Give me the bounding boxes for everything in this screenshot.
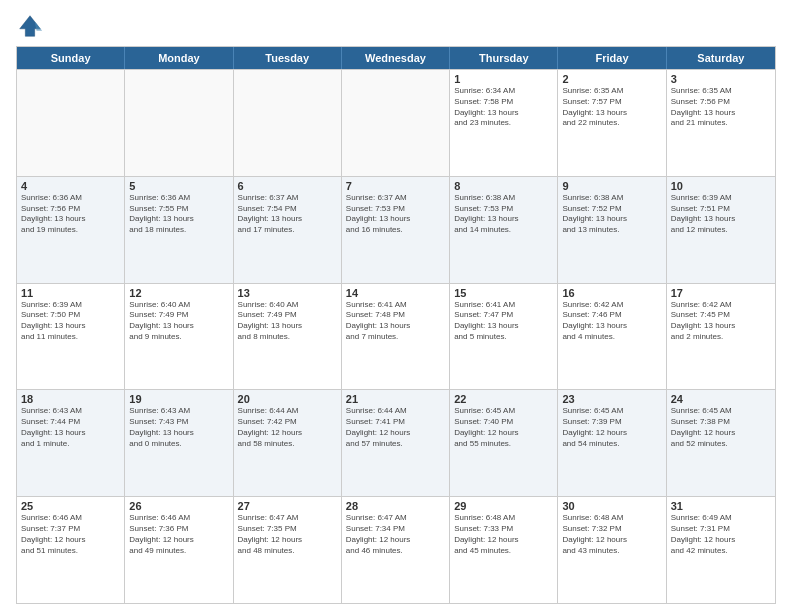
- day-number: 11: [21, 287, 120, 299]
- day-number: 6: [238, 180, 337, 192]
- day-number: 18: [21, 393, 120, 405]
- calendar-cell: 21Sunrise: 6:44 AM Sunset: 7:41 PM Dayli…: [342, 390, 450, 496]
- day-info: Sunrise: 6:35 AM Sunset: 7:57 PM Dayligh…: [562, 86, 661, 129]
- calendar-cell: 9Sunrise: 6:38 AM Sunset: 7:52 PM Daylig…: [558, 177, 666, 283]
- day-number: 19: [129, 393, 228, 405]
- header-day-wednesday: Wednesday: [342, 47, 450, 69]
- calendar-cell: 11Sunrise: 6:39 AM Sunset: 7:50 PM Dayli…: [17, 284, 125, 390]
- day-number: 3: [671, 73, 771, 85]
- day-info: Sunrise: 6:38 AM Sunset: 7:53 PM Dayligh…: [454, 193, 553, 236]
- day-info: Sunrise: 6:37 AM Sunset: 7:53 PM Dayligh…: [346, 193, 445, 236]
- day-number: 20: [238, 393, 337, 405]
- day-info: Sunrise: 6:43 AM Sunset: 7:44 PM Dayligh…: [21, 406, 120, 449]
- day-info: Sunrise: 6:34 AM Sunset: 7:58 PM Dayligh…: [454, 86, 553, 129]
- day-number: 14: [346, 287, 445, 299]
- calendar-cell: 26Sunrise: 6:46 AM Sunset: 7:36 PM Dayli…: [125, 497, 233, 603]
- day-number: 16: [562, 287, 661, 299]
- calendar-cell: [234, 70, 342, 176]
- calendar-cell: 25Sunrise: 6:46 AM Sunset: 7:37 PM Dayli…: [17, 497, 125, 603]
- calendar-cell: 19Sunrise: 6:43 AM Sunset: 7:43 PM Dayli…: [125, 390, 233, 496]
- day-info: Sunrise: 6:44 AM Sunset: 7:42 PM Dayligh…: [238, 406, 337, 449]
- header-day-tuesday: Tuesday: [234, 47, 342, 69]
- day-info: Sunrise: 6:42 AM Sunset: 7:45 PM Dayligh…: [671, 300, 771, 343]
- day-info: Sunrise: 6:36 AM Sunset: 7:55 PM Dayligh…: [129, 193, 228, 236]
- header-day-thursday: Thursday: [450, 47, 558, 69]
- calendar-cell: 30Sunrise: 6:48 AM Sunset: 7:32 PM Dayli…: [558, 497, 666, 603]
- day-number: 5: [129, 180, 228, 192]
- calendar-cell: 1Sunrise: 6:34 AM Sunset: 7:58 PM Daylig…: [450, 70, 558, 176]
- day-number: 12: [129, 287, 228, 299]
- calendar-cell: 8Sunrise: 6:38 AM Sunset: 7:53 PM Daylig…: [450, 177, 558, 283]
- day-number: 8: [454, 180, 553, 192]
- day-info: Sunrise: 6:39 AM Sunset: 7:51 PM Dayligh…: [671, 193, 771, 236]
- calendar: SundayMondayTuesdayWednesdayThursdayFrid…: [16, 46, 776, 604]
- calendar-cell: [125, 70, 233, 176]
- day-number: 13: [238, 287, 337, 299]
- day-number: 7: [346, 180, 445, 192]
- day-info: Sunrise: 6:41 AM Sunset: 7:47 PM Dayligh…: [454, 300, 553, 343]
- day-number: 21: [346, 393, 445, 405]
- day-number: 17: [671, 287, 771, 299]
- day-number: 26: [129, 500, 228, 512]
- calendar-header: SundayMondayTuesdayWednesdayThursdayFrid…: [17, 47, 775, 69]
- day-number: 4: [21, 180, 120, 192]
- day-number: 29: [454, 500, 553, 512]
- day-number: 31: [671, 500, 771, 512]
- day-info: Sunrise: 6:37 AM Sunset: 7:54 PM Dayligh…: [238, 193, 337, 236]
- day-info: Sunrise: 6:35 AM Sunset: 7:56 PM Dayligh…: [671, 86, 771, 129]
- calendar-cell: 12Sunrise: 6:40 AM Sunset: 7:49 PM Dayli…: [125, 284, 233, 390]
- calendar-cell: 18Sunrise: 6:43 AM Sunset: 7:44 PM Dayli…: [17, 390, 125, 496]
- calendar-cell: 17Sunrise: 6:42 AM Sunset: 7:45 PM Dayli…: [667, 284, 775, 390]
- day-info: Sunrise: 6:40 AM Sunset: 7:49 PM Dayligh…: [129, 300, 228, 343]
- day-number: 24: [671, 393, 771, 405]
- logo-icon: [16, 12, 44, 40]
- calendar-cell: 6Sunrise: 6:37 AM Sunset: 7:54 PM Daylig…: [234, 177, 342, 283]
- calendar-row-3: 18Sunrise: 6:43 AM Sunset: 7:44 PM Dayli…: [17, 389, 775, 496]
- day-number: 9: [562, 180, 661, 192]
- day-number: 1: [454, 73, 553, 85]
- calendar-cell: 16Sunrise: 6:42 AM Sunset: 7:46 PM Dayli…: [558, 284, 666, 390]
- calendar-cell: 22Sunrise: 6:45 AM Sunset: 7:40 PM Dayli…: [450, 390, 558, 496]
- calendar-cell: 13Sunrise: 6:40 AM Sunset: 7:49 PM Dayli…: [234, 284, 342, 390]
- day-number: 22: [454, 393, 553, 405]
- calendar-cell: 24Sunrise: 6:45 AM Sunset: 7:38 PM Dayli…: [667, 390, 775, 496]
- day-info: Sunrise: 6:39 AM Sunset: 7:50 PM Dayligh…: [21, 300, 120, 343]
- day-number: 15: [454, 287, 553, 299]
- day-info: Sunrise: 6:48 AM Sunset: 7:32 PM Dayligh…: [562, 513, 661, 556]
- calendar-cell: 14Sunrise: 6:41 AM Sunset: 7:48 PM Dayli…: [342, 284, 450, 390]
- day-info: Sunrise: 6:41 AM Sunset: 7:48 PM Dayligh…: [346, 300, 445, 343]
- calendar-cell: 5Sunrise: 6:36 AM Sunset: 7:55 PM Daylig…: [125, 177, 233, 283]
- day-info: Sunrise: 6:43 AM Sunset: 7:43 PM Dayligh…: [129, 406, 228, 449]
- day-info: Sunrise: 6:36 AM Sunset: 7:56 PM Dayligh…: [21, 193, 120, 236]
- day-info: Sunrise: 6:47 AM Sunset: 7:35 PM Dayligh…: [238, 513, 337, 556]
- header-day-monday: Monday: [125, 47, 233, 69]
- calendar-cell: [17, 70, 125, 176]
- calendar-cell: 4Sunrise: 6:36 AM Sunset: 7:56 PM Daylig…: [17, 177, 125, 283]
- calendar-cell: 23Sunrise: 6:45 AM Sunset: 7:39 PM Dayli…: [558, 390, 666, 496]
- day-info: Sunrise: 6:45 AM Sunset: 7:38 PM Dayligh…: [671, 406, 771, 449]
- day-number: 27: [238, 500, 337, 512]
- day-info: Sunrise: 6:40 AM Sunset: 7:49 PM Dayligh…: [238, 300, 337, 343]
- day-number: 2: [562, 73, 661, 85]
- calendar-cell: 28Sunrise: 6:47 AM Sunset: 7:34 PM Dayli…: [342, 497, 450, 603]
- day-info: Sunrise: 6:42 AM Sunset: 7:46 PM Dayligh…: [562, 300, 661, 343]
- calendar-cell: 7Sunrise: 6:37 AM Sunset: 7:53 PM Daylig…: [342, 177, 450, 283]
- day-info: Sunrise: 6:46 AM Sunset: 7:36 PM Dayligh…: [129, 513, 228, 556]
- calendar-cell: 29Sunrise: 6:48 AM Sunset: 7:33 PM Dayli…: [450, 497, 558, 603]
- day-info: Sunrise: 6:38 AM Sunset: 7:52 PM Dayligh…: [562, 193, 661, 236]
- day-number: 10: [671, 180, 771, 192]
- calendar-cell: 31Sunrise: 6:49 AM Sunset: 7:31 PM Dayli…: [667, 497, 775, 603]
- day-info: Sunrise: 6:45 AM Sunset: 7:39 PM Dayligh…: [562, 406, 661, 449]
- calendar-cell: 20Sunrise: 6:44 AM Sunset: 7:42 PM Dayli…: [234, 390, 342, 496]
- calendar-row-0: 1Sunrise: 6:34 AM Sunset: 7:58 PM Daylig…: [17, 69, 775, 176]
- day-info: Sunrise: 6:45 AM Sunset: 7:40 PM Dayligh…: [454, 406, 553, 449]
- day-number: 30: [562, 500, 661, 512]
- day-number: 25: [21, 500, 120, 512]
- header-day-friday: Friday: [558, 47, 666, 69]
- logo: [16, 12, 48, 40]
- header-day-saturday: Saturday: [667, 47, 775, 69]
- header: [16, 12, 776, 40]
- day-info: Sunrise: 6:46 AM Sunset: 7:37 PM Dayligh…: [21, 513, 120, 556]
- day-number: 23: [562, 393, 661, 405]
- calendar-cell: 27Sunrise: 6:47 AM Sunset: 7:35 PM Dayli…: [234, 497, 342, 603]
